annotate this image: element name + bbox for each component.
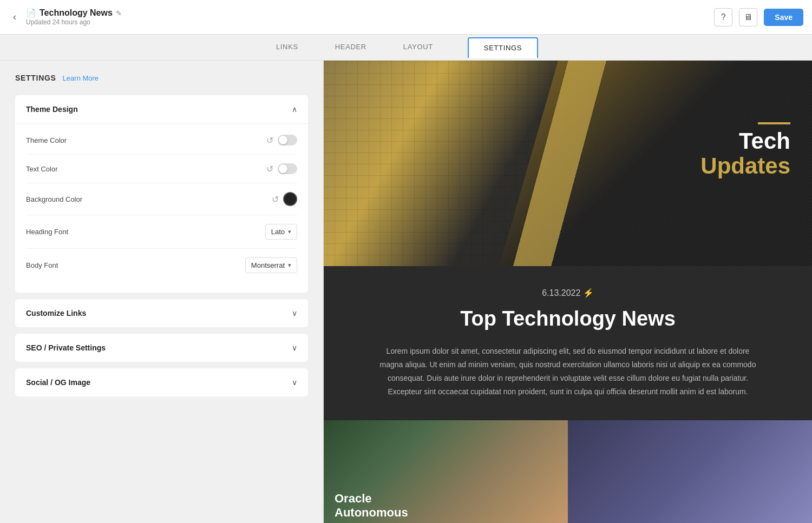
help-icon: ?: [721, 12, 726, 22]
chevron-down-icon-3: ∨: [292, 378, 297, 387]
reset-text-color-icon[interactable]: ↺: [266, 164, 273, 174]
page-subtitle: Updated 24 hours ago: [26, 18, 122, 26]
text-color-controls: ↺: [266, 163, 297, 174]
theme-color-controls: ↺: [266, 135, 297, 145]
body-font-dropdown[interactable]: Montserrat ▾: [245, 257, 297, 273]
help-button[interactable]: ?: [714, 8, 732, 27]
body-font-controls: Montserrat ▾: [245, 257, 297, 273]
content-section: 6.13.2022 ⚡ Top Technology News Lorem ip…: [324, 266, 812, 420]
main-layout: SETTINGS Learn More Theme Design ∧ Theme…: [0, 61, 812, 523]
top-bar-left: ‹ 📄 Technology News ✎ Updated 24 hours a…: [9, 8, 122, 26]
theme-color-toggle[interactable]: [278, 135, 297, 145]
settings-header: SETTINGS Learn More: [15, 74, 308, 82]
background-color-swatch[interactable]: [283, 192, 297, 206]
heading-font-arrow-icon: ▾: [288, 228, 291, 235]
card-1-label: OracleAutonomous: [335, 492, 408, 520]
preview-button[interactable]: 🖥: [739, 8, 757, 27]
main-headline: Top Technology News: [367, 307, 769, 332]
accordion-customize-links: Customize Links ∨: [15, 299, 308, 327]
learn-more-link[interactable]: Learn More: [63, 74, 99, 82]
body-text: Lorem ipsum dolor sit amet, consectetur …: [378, 345, 757, 399]
body-font-label: Body Font: [26, 261, 58, 269]
cards-row: OracleAutonomous: [324, 420, 812, 523]
accordion-seo-private-title: SEO / Private Settings: [26, 343, 106, 352]
text-color-toggle[interactable]: [278, 163, 297, 174]
theme-color-label: Theme Color: [26, 136, 67, 144]
hero-updates-text: Updates: [700, 154, 790, 178]
setting-row-heading-font: Heading Font Lato ▾: [26, 215, 297, 249]
accordion-social-og-title: Social / OG Image: [26, 378, 90, 387]
setting-row-background-color: Background Color ↺: [26, 183, 297, 215]
tab-layout[interactable]: LAYOUT: [401, 35, 435, 59]
background-color-label: Background Color: [26, 195, 82, 203]
setting-row-body-font: Body Font Montserrat ▾: [26, 249, 297, 282]
accordion-theme-design: Theme Design ∧ Theme Color ↺ Text Co: [15, 95, 308, 293]
date-label: 6.13.2022 ⚡: [367, 288, 769, 298]
accordion-theme-design-header[interactable]: Theme Design ∧: [15, 95, 308, 123]
accordion-social-og-header[interactable]: Social / OG Image ∨: [15, 368, 308, 396]
settings-title: SETTINGS: [15, 74, 56, 82]
tab-settings[interactable]: SETTINGS: [468, 37, 538, 58]
top-bar-right: ? 🖥 Save: [714, 8, 803, 27]
reset-background-color-icon[interactable]: ↺: [272, 194, 279, 204]
heading-font-label: Heading Font: [26, 228, 68, 236]
accordion-theme-design-title: Theme Design: [26, 105, 78, 114]
page-icon: 📄: [26, 8, 36, 18]
edit-icon[interactable]: ✎: [116, 9, 122, 17]
hero-section: Tech Updates: [324, 61, 812, 266]
card-1: OracleAutonomous: [324, 420, 568, 523]
hero-text: Tech Updates: [700, 122, 790, 178]
chevron-down-icon: ∨: [292, 309, 297, 317]
page-title-block: 📄 Technology News ✎ Updated 24 hours ago: [26, 8, 122, 26]
text-color-label: Text Color: [26, 165, 58, 173]
left-panel: SETTINGS Learn More Theme Design ∧ Theme…: [0, 61, 324, 523]
accordion-theme-design-body: Theme Color ↺ Text Color ↺: [15, 123, 308, 293]
tab-header[interactable]: HEADER: [333, 35, 369, 59]
chevron-down-icon-2: ∨: [292, 343, 297, 352]
body-font-value: Montserrat: [251, 261, 285, 269]
accordion-customize-links-title: Customize Links: [26, 309, 86, 317]
reset-theme-color-icon[interactable]: ↺: [266, 135, 273, 145]
heading-font-dropdown[interactable]: Lato ▾: [265, 224, 297, 240]
preview-content: Tech Updates 6.13.2022 ⚡ Top Technology …: [324, 61, 812, 523]
heading-font-value: Lato: [271, 228, 285, 236]
nav-tabs: LINKS HEADER LAYOUT SETTINGS: [0, 35, 812, 61]
accordion-seo-private-header[interactable]: SEO / Private Settings ∨: [15, 334, 308, 362]
text-color-toggle-knob: [279, 164, 287, 173]
chevron-up-icon: ∧: [292, 105, 297, 114]
card-2: [568, 420, 812, 523]
hero-accent-line: [758, 122, 790, 124]
accordion-customize-links-header[interactable]: Customize Links ∨: [15, 299, 308, 327]
page-title: Technology News: [40, 8, 113, 18]
back-button[interactable]: ‹: [9, 9, 21, 25]
setting-row-text-color: Text Color ↺: [26, 155, 297, 183]
monitor-icon: 🖥: [744, 12, 752, 22]
body-font-arrow-icon: ▾: [288, 262, 291, 269]
setting-row-theme-color: Theme Color ↺: [26, 126, 297, 155]
hero-tech-text: Tech: [700, 129, 790, 154]
save-button[interactable]: Save: [764, 9, 803, 26]
theme-color-toggle-knob: [279, 136, 287, 144]
right-preview: Tech Updates 6.13.2022 ⚡ Top Technology …: [324, 61, 812, 523]
accordion-seo-private: SEO / Private Settings ∨: [15, 334, 308, 362]
heading-font-controls: Lato ▾: [265, 224, 297, 240]
top-bar: ‹ 📄 Technology News ✎ Updated 24 hours a…: [0, 0, 812, 35]
background-color-controls: ↺: [272, 192, 297, 206]
accordion-social-og: Social / OG Image ∨: [15, 368, 308, 396]
tab-links[interactable]: LINKS: [274, 35, 300, 59]
page-title-row: 📄 Technology News ✎: [26, 8, 122, 18]
